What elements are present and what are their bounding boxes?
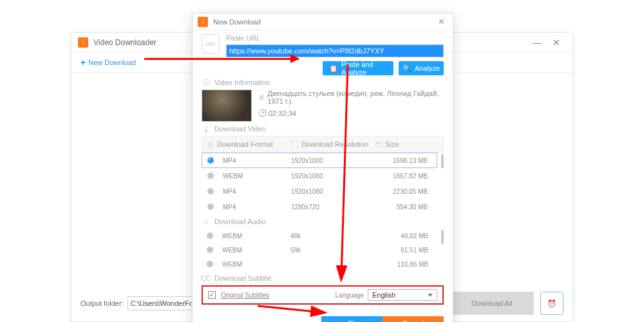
resolution-cell: 1920x1080: [291, 173, 375, 180]
original-subtitles-label[interactable]: Original Subtitles: [221, 292, 270, 299]
video-header-bar: ◎Download Format ⛶Download Resolution 🗀S…: [202, 136, 444, 153]
language-label: Language: [336, 292, 365, 299]
video-option-row[interactable]: MP41920x10801698.13 MB: [202, 153, 437, 168]
video-option-row[interactable]: MP41920x10802230.05 MB: [202, 184, 437, 199]
video-info-row: Двенадцать стульев 🗎Двенадцать стульев (…: [202, 90, 444, 122]
resolution-cell: 48k: [290, 232, 374, 240]
video-title: Двенадцать стульев (комедия, реж. Леонид…: [267, 90, 444, 105]
audio-option-row[interactable]: WEBM48k49.82 MB: [202, 229, 437, 243]
output-folder-label: Output folder:: [80, 299, 124, 307]
radio-icon: [207, 188, 214, 194]
url-file-icon: URL: [202, 34, 220, 53]
format-cell: WEBM: [222, 232, 290, 240]
video-option-row[interactable]: WEBM1920x10801867.82 MB: [202, 168, 437, 184]
size-cell: 49.82 MB: [374, 232, 432, 240]
format-cell: WEBM: [222, 247, 290, 254]
resolution-cell: 1280x720: [291, 204, 375, 211]
new-download-label: New Download: [88, 59, 136, 66]
format-icon: ◎: [207, 140, 214, 149]
size-cell: 110.86 MB: [374, 261, 432, 268]
audio-options-list: WEBM48k49.82 MBWEBM59k61.51 MBWEBM110.86…: [202, 229, 437, 271]
resolution-cell: 1920x1080: [291, 157, 375, 164]
paste-url-label: Paste URL: [226, 34, 260, 42]
size-cell: 61.51 MB: [374, 247, 432, 254]
modal-body: URL Paste URL 📋Paste and Analyze 🔍Analyz…: [193, 30, 453, 316]
video-thumbnail: Двенадцать стульев: [202, 90, 252, 122]
new-download-modal: ↓ New Download ✕ URL Paste URL 📋Paste an…: [192, 13, 453, 322]
close-button[interactable]: ✕: [547, 37, 566, 48]
title-icon: 🗎: [258, 93, 267, 101]
format-cell: MP4: [223, 188, 291, 195]
paste-icon: 📋: [329, 64, 338, 73]
analyze-button[interactable]: 🔍Analyze: [399, 61, 444, 75]
download-video-icon: ⭳: [202, 124, 211, 133]
video-duration: 02:32:34: [269, 109, 296, 117]
duration-icon: 🕑: [258, 109, 269, 117]
radio-icon: [207, 157, 214, 164]
url-row: URL Paste URL 📋Paste and Analyze 🔍Analyz…: [202, 34, 444, 75]
format-cell: MP4: [223, 157, 291, 164]
search-icon: 🔍: [402, 64, 412, 73]
language-select[interactable]: English: [368, 289, 437, 301]
radio-icon: [207, 173, 214, 179]
cancel-button[interactable]: Cancel: [383, 316, 444, 322]
modal-title: New Download: [213, 18, 435, 26]
ok-button[interactable]: Ok: [321, 316, 383, 322]
format-cell: WEBM: [223, 173, 291, 180]
paste-and-analyze-button[interactable]: 📋Paste and Analyze: [323, 61, 393, 75]
download-audio-icon: ♪: [202, 217, 211, 226]
size-cell: 2230.05 MB: [375, 188, 431, 195]
minimize-button[interactable]: —: [527, 37, 547, 48]
size-icon: 🗀: [375, 140, 382, 148]
video-information-label: Video Information: [214, 79, 270, 86]
download-subtitle-label: Download Subtitle: [214, 274, 272, 282]
radio-icon: [207, 204, 214, 210]
modal-logo-icon: ↓: [198, 17, 208, 27]
schedule-button[interactable]: ⏰: [540, 292, 564, 315]
app-logo-icon: ↓: [78, 37, 88, 48]
download-audio-label: Download Audio: [214, 218, 266, 225]
audio-option-row[interactable]: WEBM110.86 MB: [202, 257, 437, 271]
plus-icon: +: [80, 57, 86, 68]
url-input[interactable]: [226, 44, 444, 57]
format-cell: WEBM: [222, 261, 290, 268]
new-download-button[interactable]: + New Download: [80, 57, 136, 68]
modal-close-button[interactable]: ✕: [435, 17, 448, 26]
radio-icon: [207, 261, 213, 267]
video-option-row[interactable]: MP41280x720554.30 MB: [202, 199, 437, 214]
audio-scrollbar[interactable]: [441, 230, 444, 244]
size-cell: 1867.82 MB: [375, 173, 431, 180]
info-icon: ⓘ: [202, 78, 211, 87]
resolution-cell: 59k: [290, 247, 374, 254]
resolution-icon: ⛶: [291, 140, 298, 148]
original-subtitles-checkbox[interactable]: ✓: [208, 291, 216, 299]
radio-icon: [207, 232, 213, 239]
video-options-list: MP41920x10801698.13 MBWEBM1920x10801867.…: [202, 153, 437, 214]
audio-option-row[interactable]: WEBM59k61.51 MB: [202, 243, 437, 257]
modal-footer: Ok Cancel: [193, 316, 453, 322]
size-cell: 554.30 MB: [375, 204, 431, 211]
cc-icon: CC: [202, 274, 211, 283]
resolution-cell: 1920x1080: [291, 188, 375, 195]
clock-icon: ⏰: [547, 299, 556, 308]
format-cell: MP4: [223, 204, 291, 211]
video-scrollbar[interactable]: [441, 154, 444, 168]
modal-titlebar: ↓ New Download ✕: [193, 14, 453, 30]
subtitle-row: ✓ Original Subtitles Language English: [202, 285, 444, 305]
size-cell: 1698.13 MB: [375, 157, 431, 164]
download-all-button[interactable]: Download All: [450, 292, 534, 315]
download-video-label: Download Video: [214, 125, 266, 133]
radio-icon: [207, 247, 213, 253]
